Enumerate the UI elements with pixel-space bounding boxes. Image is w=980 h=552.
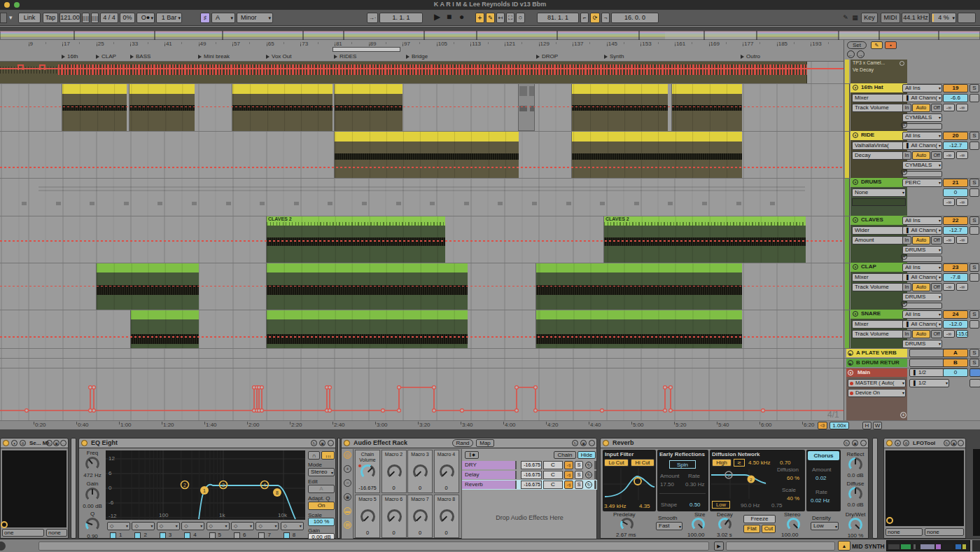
input-chooser[interactable]: PERC▾ [902,179,942,187]
monitor-off-button[interactable]: Off [931,283,942,291]
device-lfotool-title-bar[interactable]: ▾⚙LFOTool↻▣⋯ [884,439,965,448]
input-chooser[interactable]: All Ins▾ [902,310,942,319]
eq-band-toggle-4[interactable] [184,532,190,539]
clap-clip-header[interactable] [267,263,468,272]
rack-macro-variations-icon[interactable]: ◎ [344,451,351,459]
chain-auto-select-button[interactable]: ❙◆ [465,451,479,459]
add-automation-lane-button[interactable]: + [900,412,906,418]
send-a[interactable]: -∞ [943,104,955,111]
fold-icon[interactable]: ▾ [848,370,853,375]
eq-band-filter-type-7[interactable]: ◇▾ [255,522,279,530]
monitor-in-button[interactable]: In [902,236,911,244]
device-chooser[interactable]: ValhallaVinta(▾ [852,142,906,150]
chain-pan[interactable]: C [543,461,563,469]
eq-gain-value[interactable]: 0.00 dB [79,503,106,509]
reverb-decay-knob[interactable] [718,518,732,531]
reverb-smooth-menu[interactable]: Fast▾ [656,522,682,530]
track-volume[interactable]: -12.7 [943,142,968,150]
eq-edit-button[interactable]: A [308,485,335,493]
er-rate-value[interactable]: 0.30 Hz [685,481,705,488]
arrangement-position-display[interactable]: 1. 1. 1 [379,13,423,23]
solo-button[interactable]: S [969,132,979,140]
input-chooser[interactable]: All Ins▾ [902,132,942,140]
punch-out-button[interactable]: ¬ [601,13,610,23]
track-header-clap[interactable]: ▾CLAP [850,263,907,272]
input-channel-chooser[interactable]: ❚ All Chann(▾ [902,142,942,150]
snare-clip[interactable] [536,310,741,348]
eq-band-toggle-8[interactable] [284,532,290,539]
loop-button[interactable]: ⟳ [590,13,600,23]
clip-overview-button[interactable]: ⛶ [506,13,514,23]
fold-icon[interactable]: ▾ [853,85,858,90]
scale-root-menu[interactable]: A▾ [211,13,235,23]
main-volume-automation[interactable] [0,368,844,420]
chorus-rate-value[interactable]: 0.02 Hz [811,497,830,504]
return-track-a-plate-verb[interactable]: ▶A PLATE VERB [846,349,907,357]
track-header-ride[interactable]: ▾RIDE [850,131,907,140]
device-reverb-hot-swap-icon[interactable]: ↻ [844,440,850,446]
reverb-size-value[interactable]: 100.00 [687,532,704,538]
beat-time-ruler[interactable]: 9172533414957657381899710511312112913714… [0,40,844,62]
rack-minus-icon[interactable]: − [344,479,351,487]
add-automation-lane-button[interactable]: + [901,301,907,307]
send-a[interactable]: -∞ [943,330,955,338]
if-q-value[interactable]: 4.35 [639,503,650,509]
lo-cut-button[interactable]: Lo Cut [604,459,629,467]
device-audio-effect-rack-activator[interactable] [344,440,350,446]
chorus-amount-value[interactable]: 0.02 [816,475,827,481]
arrangement-overview[interactable] [0,31,980,40]
input-channel-chooser[interactable]: ❚ All Chann(▾ [902,320,942,329]
prev-locator-button[interactable]: ← [847,50,855,58]
chain-speaker-button[interactable]: ◁) [564,471,573,479]
chain-name[interactable]: Reverb [462,481,517,489]
mpe-plugin-panel[interactable] [2,450,66,527]
track-number[interactable]: 19 [943,84,968,92]
param-chooser[interactable]: Track Volume▾ [852,104,906,112]
freeze-button[interactable]: Freeze [743,515,776,523]
reverb-diffuse-value[interactable]: 0.0 dB [843,502,868,508]
rack-rand-button[interactable]: Rand [452,439,473,447]
track-volume[interactable]: -12.7 [943,226,968,235]
macro-knob-1[interactable] [360,464,375,479]
device-chooser[interactable]: None▾ [852,188,906,197]
device-audio-effect-rack-fold2-icon[interactable]: ⋯ [589,440,595,446]
diffusion-value[interactable]: 60 % [787,475,799,481]
snare-clip-header[interactable] [267,310,468,319]
monitor-off-button[interactable]: Off [931,236,942,244]
eq-band-toggle-6[interactable] [234,532,240,539]
macro-knob-6[interactable] [387,509,402,524]
scale-name-menu[interactable]: Minor▾ [237,13,273,23]
snare-clip-header[interactable] [536,310,742,319]
eq-band-toggle-2[interactable] [134,532,141,539]
rack-show-macros-icon[interactable]: ▬ [344,507,351,515]
solo-button[interactable]: S [969,216,979,225]
main-device-2[interactable]: Device On▾ [848,389,906,397]
device-reverb-save-icon[interactable]: ▣ [852,440,858,446]
fold-icon[interactable]: ▶ [848,350,853,356]
monitor-auto-button[interactable]: Auto [912,151,930,160]
chain-row-dry[interactable]: DRY-16.675C◁)S↻ [462,461,597,470]
monitor-auto-button[interactable]: Auto [912,236,930,244]
zoom-height-button[interactable]: H [862,422,872,429]
param-chooser[interactable]: Amount▾ [852,236,906,244]
preview-play-button[interactable]: ▶ [714,541,724,551]
macro-knob-3[interactable] [413,464,428,479]
add-automation-lane-button[interactable]: + [901,169,907,175]
chain-tab-button[interactable]: Chain [554,451,576,459]
overdub-box[interactable] [958,13,976,23]
ride-clip[interactable] [571,131,741,178]
device-lfotool-hot-swap-icon[interactable]: ↻ [944,440,950,446]
device-eq-eight-hot-swap-icon[interactable]: ↻ [311,440,317,446]
reverb-density-menu[interactable]: Low▾ [811,522,839,530]
rack-plus-icon[interactable]: + [344,465,351,473]
hat-clip-header[interactable] [672,83,742,94]
solo-button[interactable]: S [969,310,979,319]
reverb-size-knob[interactable] [692,518,705,531]
send-b[interactable]: -∞ [956,151,968,159]
device-mpe-activator[interactable] [3,440,9,446]
chain-hot-swap-button[interactable]: ↻ [585,462,592,469]
send-b[interactable]: -15.0 [956,330,968,338]
monitor-in-button[interactable]: In [902,151,911,160]
if-freq-value[interactable]: 3.49 kHz [604,503,626,509]
chain-volume[interactable]: -16.675 [521,461,542,469]
